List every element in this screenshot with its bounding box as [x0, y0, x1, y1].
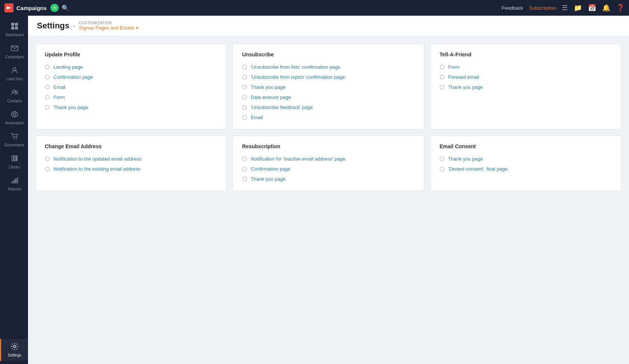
svg-rect-16 — [16, 156, 17, 161]
card-link-unsubscribe-4[interactable]: 'Unsubscribe feedback' page — [251, 105, 313, 110]
top-header: Campaigns + 🔍 Feedback Subscription ☰ 📁 … — [0, 0, 629, 16]
svg-marker-10 — [12, 111, 18, 117]
svg-rect-4 — [11, 27, 14, 29]
card-title-unsubscribe: Unsubscribe — [242, 52, 415, 57]
sidebar-item-automation[interactable]: Automation — [0, 107, 28, 129]
feedback-link[interactable]: Feedback — [502, 5, 523, 11]
sidebar-item-campaigns[interactable]: Campaigns — [0, 41, 28, 63]
card-link-tell-a-friend-1[interactable]: Forward email — [448, 74, 479, 80]
card-link-change-email-0[interactable]: Notification to the updated email addres… — [53, 156, 142, 162]
sidebar-item-lead-gen[interactable]: Lead Gen — [0, 63, 28, 85]
folder-icon[interactable]: 📁 — [574, 4, 582, 12]
svg-point-12 — [14, 138, 15, 139]
svg-rect-2 — [11, 23, 14, 26]
bell-icon[interactable]: 🔔 — [602, 4, 610, 12]
svg-rect-5 — [15, 27, 18, 29]
sidebar-item-library[interactable]: Library — [0, 151, 28, 173]
main-layout: Dashboard Campaigns Lead Gen Contacts Au… — [0, 16, 629, 364]
svg-rect-20 — [17, 177, 18, 183]
list-item: Confirmation page — [45, 74, 217, 80]
sidebar-item-ecommerce[interactable]: Ecommerce — [0, 129, 28, 151]
search-icon[interactable]: 🔍 — [62, 4, 69, 12]
ecommerce-icon — [11, 133, 18, 142]
radio-circle — [242, 156, 247, 161]
sidebar-item-contacts[interactable]: Contacts — [0, 85, 28, 107]
list-item: Form — [45, 94, 217, 100]
card-list-change-email: Notification to the updated email addres… — [45, 156, 217, 172]
page-title: Settings — [37, 21, 69, 31]
sidebar-label-campaigns: Campaigns — [5, 55, 24, 59]
svg-rect-19 — [15, 178, 16, 183]
calendar-icon[interactable]: 📅 — [588, 4, 596, 12]
breadcrumb-section: CUSTOMIZATION Signup Pages and Emails ▾ — [79, 21, 139, 31]
card-link-unsubscribe-2[interactable]: Thank you page — [251, 84, 285, 90]
automation-icon — [11, 111, 18, 120]
sidebar-label-settings: Settings — [8, 353, 21, 357]
list-item: Notification to the updated email addres… — [45, 156, 217, 162]
card-link-resubscription-2[interactable]: Thank you page — [251, 176, 285, 182]
svg-point-13 — [16, 138, 17, 139]
list-item: Landing page — [45, 64, 217, 70]
sidebar-item-dashboard[interactable]: Dashboard — [0, 19, 28, 41]
card-link-unsubscribe-3[interactable]: Data erasure page — [251, 94, 291, 100]
card-link-unsubscribe-0[interactable]: 'Unsubscribe from lists' confirmation pa… — [251, 64, 341, 70]
list-item: Forward email — [440, 74, 612, 80]
list-item: 'Unsubscribe feedback' page — [242, 105, 415, 110]
list-item: Thank you page — [242, 176, 415, 182]
card-link-resubscription-1[interactable]: Confirmation page — [251, 166, 290, 172]
svg-rect-3 — [15, 23, 18, 26]
sidebar-item-reports[interactable]: Reports — [0, 173, 28, 195]
svg-point-21 — [13, 345, 16, 348]
radio-circle — [45, 85, 50, 90]
card-link-email-consent-1[interactable]: 'Denied consent', final page. — [448, 166, 509, 172]
radio-circle — [45, 167, 50, 171]
card-link-update-profile-0[interactable]: Landing page — [53, 64, 83, 70]
svg-point-11 — [13, 113, 16, 115]
add-button[interactable]: + — [50, 4, 59, 12]
subscription-link[interactable]: Subscription — [529, 5, 556, 11]
radio-circle — [45, 105, 50, 110]
cards-row-1: Update ProfileLanding pageConfirmation p… — [35, 44, 622, 130]
sidebar-label-automation: Automation — [5, 121, 24, 125]
radio-circle — [242, 75, 247, 80]
cards-container: Update ProfileLanding pageConfirmation p… — [28, 36, 629, 199]
radio-circle — [440, 156, 444, 161]
list-item: Notification for 'inactive email address… — [242, 156, 415, 162]
list-item: Email — [242, 115, 415, 120]
sidebar-item-settings[interactable]: Settings — [0, 339, 28, 361]
card-update-profile: Update ProfileLanding pageConfirmation p… — [35, 44, 227, 130]
card-resubscription: ResubscriptionNotification for 'inactive… — [233, 136, 424, 191]
card-link-resubscription-0[interactable]: Notification for 'inactive email address… — [251, 156, 346, 162]
sidebar-label-dashboard: Dashboard — [6, 33, 24, 37]
card-link-update-profile-1[interactable]: Confirmation page — [53, 74, 93, 80]
card-list-update-profile: Landing pageConfirmation pageEmailFormTh… — [45, 64, 217, 110]
card-link-unsubscribe-5[interactable]: Email — [251, 115, 263, 120]
svg-point-9 — [16, 91, 18, 93]
cards-row-2: Change Email AddressNotification to the … — [35, 136, 622, 191]
list-item: 'Unsubscribe from topics' confirmation p… — [242, 74, 415, 80]
sidebar: Dashboard Campaigns Lead Gen Contacts Au… — [0, 16, 28, 364]
card-link-email-consent-0[interactable]: Thank you page — [448, 156, 483, 162]
list-item: Thank you page — [242, 84, 415, 90]
card-link-update-profile-3[interactable]: Form — [53, 94, 65, 100]
radio-circle — [440, 65, 444, 69]
radio-circle — [45, 95, 50, 100]
list-item: Notification to the existing email addre… — [45, 166, 217, 172]
list-icon[interactable]: ☰ — [562, 4, 568, 12]
header-right: Feedback Subscription ☰ 📁 📅 🔔 ❓ — [502, 4, 625, 12]
help-icon[interactable]: ❓ — [616, 4, 625, 12]
radio-circle — [45, 75, 50, 80]
radio-circle — [242, 105, 247, 110]
card-link-update-profile-4[interactable]: Thank you page — [53, 105, 88, 110]
content-area: Settings › CUSTOMIZATION Signup Pages an… — [28, 16, 629, 364]
radio-circle — [242, 65, 247, 69]
card-link-unsubscribe-1[interactable]: 'Unsubscribe from topics' confirmation p… — [251, 74, 346, 80]
reports-icon — [11, 177, 18, 186]
breadcrumb-link[interactable]: Signup Pages and Emails ▾ — [79, 25, 139, 31]
card-link-tell-a-friend-2[interactable]: Thank you page — [448, 84, 483, 90]
card-link-change-email-1[interactable]: Notification to the existing email addre… — [53, 166, 140, 172]
sidebar-label-library: Library — [9, 165, 21, 169]
card-link-update-profile-2[interactable]: Email — [53, 84, 66, 90]
card-link-tell-a-friend-0[interactable]: Form — [448, 64, 459, 70]
list-item: 'Denied consent', final page. — [440, 166, 612, 172]
